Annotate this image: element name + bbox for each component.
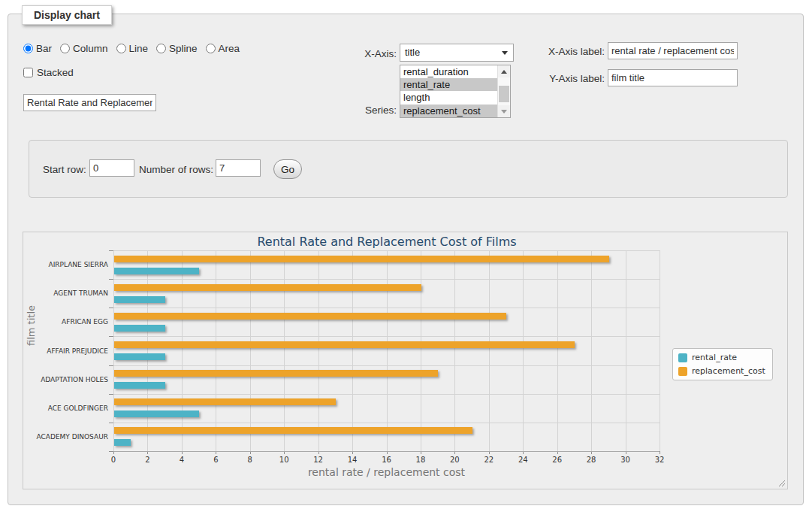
x-axis-title: rental rate / replacement cost [113, 466, 660, 478]
gridline-horizontal [113, 423, 660, 423]
gridline-vertical [591, 250, 592, 451]
x-tick-label: 6 [204, 456, 227, 464]
scroll-down-icon [501, 110, 507, 114]
category-label: AIRPLANE SIERRA [18, 260, 108, 269]
y-axis-label-input[interactable] [608, 69, 738, 86]
gridline-vertical [182, 250, 183, 451]
display-chart-app: Display chart BarColumnLineSplineArea St… [0, 0, 812, 512]
chart-title-input[interactable] [23, 94, 156, 111]
legend-swatch-icon [678, 353, 687, 362]
series-option-replacement_cost[interactable]: replacement_cost [400, 105, 510, 117]
gridline-horizontal [113, 279, 660, 280]
bar-chart: Rental Rate and Replacement Cost of Film… [23, 232, 787, 489]
chart-type-radio-area[interactable] [206, 44, 216, 53]
chart-type-radio-spline[interactable] [156, 44, 166, 53]
bar-rental_rate [114, 382, 165, 389]
chart-type-option-spline[interactable]: Spline [156, 43, 198, 54]
y-axis-tick [109, 394, 113, 395]
category-label: ACADEMY DINOSAUR [18, 432, 108, 441]
x-tick-label: 24 [512, 456, 534, 464]
legend-swatch-icon [678, 367, 687, 376]
number-of-rows-input[interactable] [216, 159, 261, 177]
series-listbox[interactable]: rental_durationrental_ratelengthreplacem… [400, 65, 511, 118]
scroll-up-button[interactable] [498, 65, 510, 77]
legend-label: replacement_cost [692, 366, 765, 376]
category-label: ADAPTATION HOLES [18, 375, 108, 384]
gridline-horizontal [113, 250, 660, 251]
chart-type-option-bar[interactable]: Bar [23, 43, 52, 54]
listbox-scrollbar[interactable] [497, 65, 510, 117]
y-axis-tick [109, 423, 113, 423]
stacked-checkbox-row[interactable]: Stacked [23, 67, 74, 78]
resize-grip-icon[interactable] [777, 479, 785, 486]
category-label: AFFAIR PREJUDICE [18, 347, 108, 356]
series-select-label: Series: [337, 105, 397, 116]
gridline-vertical [352, 250, 353, 451]
legend-item-replacement_cost[interactable]: replacement_cost [678, 366, 765, 376]
chart-type-option-area[interactable]: Area [206, 43, 240, 54]
series-option-length[interactable]: length [400, 91, 510, 104]
stacked-checkbox[interactable] [23, 68, 33, 77]
gridline-vertical [250, 250, 251, 451]
legend-item-rental_rate[interactable]: rental_rate [678, 353, 765, 362]
x-tick-label: 4 [171, 456, 193, 464]
chart-type-radio-column[interactable] [60, 44, 70, 53]
gridline-vertical [387, 250, 388, 451]
bar-replacement_cost [114, 398, 336, 405]
gridline-vertical [626, 250, 626, 451]
gridline-horizontal [113, 365, 660, 366]
x-tick-label: 12 [307, 456, 330, 464]
category-label: AGENT TRUMAN [18, 289, 108, 298]
chart-type-label: Spline [169, 43, 198, 54]
bar-rental_rate [114, 353, 165, 360]
go-button[interactable]: Go [273, 159, 302, 179]
start-row-input[interactable] [89, 159, 134, 177]
dropdown-arrow-icon [502, 51, 508, 55]
series-option-rental_duration[interactable]: rental_duration [400, 65, 510, 78]
series-options: rental_durationrental_ratelengthreplacem… [400, 65, 510, 117]
series-option-rental_rate[interactable]: rental_rate [400, 78, 510, 91]
scroll-down-button[interactable] [498, 105, 510, 117]
x-tick-label: 20 [443, 456, 466, 464]
x-tick-label: 10 [273, 456, 295, 464]
x-tick-label: 8 [239, 456, 261, 464]
gridline-vertical [318, 250, 319, 451]
gridline-horizontal [113, 394, 660, 395]
y-axis-label-label: Y-Axis label: [534, 73, 605, 84]
gridline-horizontal [113, 308, 660, 308]
gridline-vertical [454, 250, 455, 451]
stacked-label: Stacked [37, 67, 74, 78]
chart-type-radio-line[interactable] [116, 44, 126, 53]
y-axis-tick [109, 279, 113, 280]
gridline-vertical [489, 250, 490, 451]
x-tick-label: 16 [376, 456, 398, 464]
chart-container: Rental Rate and Replacement Cost of Film… [23, 232, 788, 489]
x-tick-label: 2 [136, 456, 158, 464]
chart-type-label: Column [73, 43, 108, 54]
gridline-vertical [284, 250, 285, 451]
y-axis-tick [109, 250, 113, 251]
fieldset-legend: Display chart [22, 5, 112, 25]
x-axis-select[interactable]: title [400, 44, 514, 62]
x-tick-label: 22 [478, 456, 500, 464]
x-axis-tick [660, 451, 660, 454]
bar-replacement_cost [114, 284, 421, 291]
chart-legend: rental_ratereplacement_cost [672, 348, 773, 380]
x-tick-label: 32 [648, 456, 671, 464]
chart-type-radio-bar[interactable] [23, 44, 33, 53]
bar-rental_rate [114, 411, 199, 417]
chart-type-label: Area [219, 43, 240, 54]
bar-rental_rate [114, 325, 165, 332]
legend-label: rental_rate [692, 353, 737, 362]
scrollbar-thumb[interactable] [499, 86, 509, 102]
chart-type-option-column[interactable]: Column [60, 43, 108, 54]
bar-replacement_cost [114, 370, 438, 377]
chart-type-label: Bar [36, 43, 52, 54]
x-axis-label-input[interactable] [608, 42, 738, 59]
bar-rental_rate [114, 296, 165, 303]
chart-type-option-line[interactable]: Line [116, 43, 149, 54]
x-axis-select-label: X-Axis: [337, 48, 397, 59]
bar-rental_rate [114, 268, 199, 274]
start-row-label: Start row: [43, 164, 86, 175]
y-axis-tick [109, 365, 113, 366]
